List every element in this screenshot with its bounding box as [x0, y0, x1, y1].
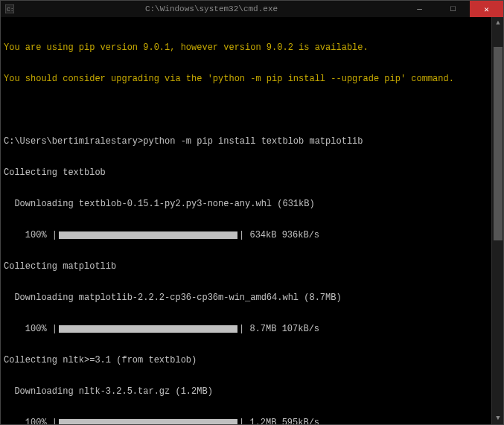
scroll-up-arrow-icon[interactable]: ▲ — [492, 17, 503, 29]
output-line: Downloading nltk-3.2.5.tar.gz (1.2MB) — [4, 386, 488, 397]
pip-warning-line: You are using pip version 9.0.1, however… — [4, 42, 488, 53]
output-line: Downloading textblob-0.15.1-py2.py3-none… — [4, 199, 488, 209]
console-area[interactable]: You are using pip version 9.0.1, however… — [1, 17, 503, 424]
progress-line: 100% || 8.7MB 107kB/s — [4, 324, 488, 334]
cmd-window: C: C:\Windows\system32\cmd.exe — □ ✕ You… — [0, 0, 504, 425]
output-line: Collecting matplotlib — [4, 261, 488, 272]
console-output: You are using pip version 9.0.1, however… — [1, 17, 491, 424]
titlebar[interactable]: C: C:\Windows\system32\cmd.exe — □ ✕ — [1, 1, 503, 17]
scroll-thumb[interactable] — [494, 47, 503, 240]
maximize-button[interactable]: □ — [436, 1, 470, 17]
progress-bar — [59, 325, 237, 333]
output-line: Collecting nltk>=3.1 (from textblob) — [4, 355, 488, 365]
prompt-line: C:\Users\bertimiralestary>python -m pip … — [4, 136, 488, 147]
window-title: C:\Windows\system32\cmd.exe — [20, 4, 403, 13]
pip-warning-line: You should consider upgrading via the 'p… — [4, 74, 488, 84]
close-button[interactable]: ✕ — [470, 1, 503, 17]
scroll-down-arrow-icon[interactable]: ▼ — [492, 412, 503, 424]
progress-bar — [59, 419, 237, 424]
progress-bar — [59, 231, 237, 239]
vertical-scrollbar[interactable]: ▲ ▼ — [491, 17, 503, 424]
output-line: Downloading matplotlib-2.2.2-cp36-cp36m-… — [4, 293, 488, 303]
cmd-icon: C: — [5, 4, 16, 14]
progress-line: 100% || 634kB 936kB/s — [4, 230, 488, 240]
svg-text:C:: C: — [7, 6, 14, 13]
minimize-button[interactable]: — — [403, 1, 436, 17]
progress-line: 100% || 1.2MB 595kB/s — [4, 418, 488, 424]
output-line: Collecting textblob — [4, 167, 488, 178]
